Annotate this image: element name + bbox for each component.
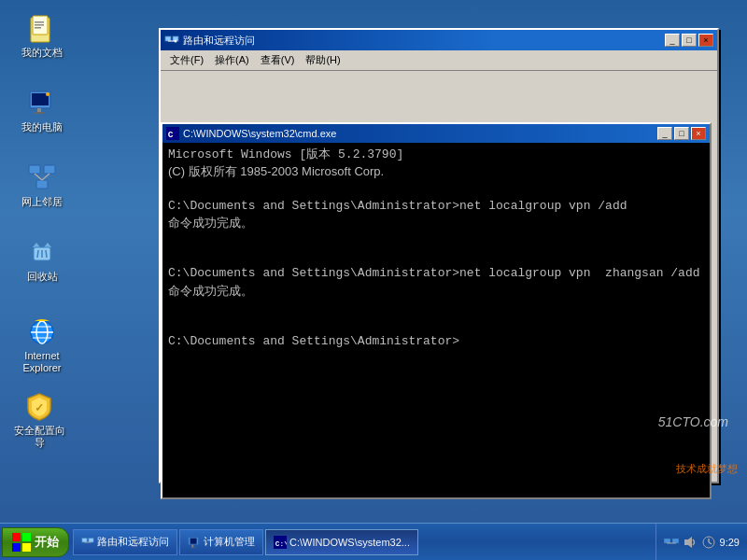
recycle-icon <box>27 238 57 268</box>
watermark-area: 51CTO.com 技术成就梦想 <box>676 462 738 476</box>
taskbar-item-compman[interactable]: 计算机管理 <box>179 529 263 555</box>
desktop-icon-recycle[interactable]: 回收站 <box>14 238 70 283</box>
mynetwork-label: 网上邻居 <box>21 196 63 208</box>
svg-line-50 <box>709 542 712 544</box>
routing-minimize-btn[interactable]: _ <box>665 34 680 47</box>
cmd-line-3 <box>168 180 704 197</box>
svg-marker-47 <box>684 537 692 548</box>
svg-rect-40 <box>191 544 193 547</box>
menu-action[interactable]: 操作(A) <box>209 51 255 69</box>
routing-close-btn[interactable]: × <box>698 34 713 47</box>
svg-line-14 <box>42 174 49 180</box>
start-button[interactable]: 开始 <box>2 527 69 557</box>
routing-title-text: 路由和远程访问 <box>183 34 665 48</box>
svg-text:C:\: C:\ <box>275 539 287 547</box>
taskbar-compman-label: 计算机管理 <box>204 535 255 549</box>
svg-rect-8 <box>35 112 44 114</box>
svg-rect-41 <box>191 547 195 548</box>
cmd-content: Microsoft Windows [版本 5.2.3790] (C) 版权所有… <box>162 143 710 497</box>
svg-line-13 <box>35 174 42 180</box>
svg-rect-25 <box>165 36 171 41</box>
security-icon: ✓ <box>24 392 54 422</box>
cmd-title-text: C:\WINDOWS\system32\cmd.exe <box>183 128 657 139</box>
mypc-label: 我的电脑 <box>21 121 63 133</box>
tray-network-icon <box>664 535 679 550</box>
mynetwork-icon <box>27 163 57 193</box>
security-label: 安全配置向导 <box>11 425 67 449</box>
cmd-line-2: (C) 版权所有 1985-2003 Microsoft Corp. <box>168 163 704 180</box>
routing-maximize-btn[interactable]: □ <box>682 34 697 47</box>
menu-view[interactable]: 查看(V) <box>255 51 301 69</box>
svg-text:✓: ✓ <box>35 401 44 414</box>
cmd-line-12: C:\Documents and Settings\Administrator> <box>168 333 704 350</box>
mydocs-icon <box>27 14 57 44</box>
recycle-label: 回收站 <box>27 271 58 283</box>
svg-rect-39 <box>190 538 197 543</box>
svg-text:C: C <box>168 130 174 140</box>
taskbar-compman-icon <box>188 536 201 549</box>
svg-rect-2 <box>35 21 44 23</box>
routing-window: 路由和远程访问 _ □ × 文件(F) 操作(A) 查看(V) 帮助(H) C <box>159 28 719 483</box>
cmd-window: C C:\WINDOWS\system32\cmd.exe _ □ × Micr… <box>161 122 712 499</box>
svg-rect-12 <box>36 180 48 189</box>
cmd-line-4: C:\Documents and Settings\Administrator>… <box>168 198 704 215</box>
desktop-icon-security[interactable]: ✓ 安全配置向导 <box>11 392 67 449</box>
desktop-icon-mydocs[interactable]: 我的文档 <box>14 14 70 59</box>
svg-rect-11 <box>44 165 55 174</box>
ie-icon <box>27 317 57 347</box>
svg-rect-10 <box>29 165 40 174</box>
taskbar-routing-icon <box>81 536 94 549</box>
svg-point-9 <box>46 92 49 96</box>
svg-rect-33 <box>12 543 21 552</box>
watermark-sub: 技术成就梦想 <box>676 462 738 476</box>
taskbar-routing-label: 路由和远程访问 <box>97 535 169 549</box>
mypc-icon <box>27 89 57 119</box>
taskbar-item-cmd[interactable]: C:\ C:\WINDOWS\system32... <box>265 529 418 555</box>
svg-rect-34 <box>22 543 31 552</box>
cmd-line-6 <box>168 231 704 248</box>
desktop-icon-ie[interactable]: Internet Explorer <box>14 317 70 374</box>
svg-rect-44 <box>664 539 670 543</box>
taskbar: 开始 路由和远程访问 计算机管理 C:\ C:\WIND <box>0 523 747 560</box>
cmd-line-10 <box>168 300 704 316</box>
svg-rect-4 <box>35 27 41 29</box>
desktop-icon-mypc[interactable]: 我的电脑 <box>14 89 70 133</box>
watermark-main: 51CTO.com <box>658 414 728 429</box>
taskbar-tray: 9:29 <box>655 524 747 560</box>
cmd-line-5: 命令成功完成。 <box>168 215 704 231</box>
cmd-titlebar[interactable]: C C:\WINDOWS\system32\cmd.exe _ □ × <box>162 124 710 143</box>
taskbar-item-routing[interactable]: 路由和远程访问 <box>73 529 177 555</box>
routing-menu-bar: 文件(F) 操作(A) 查看(V) 帮助(H) <box>161 50 717 71</box>
taskbar-items: 路由和远程访问 计算机管理 C:\ C:\WINDOWS\system32... <box>73 529 655 555</box>
mydocs-label: 我的文档 <box>21 47 63 59</box>
cmd-line-11 <box>168 316 704 333</box>
menu-help[interactable]: 帮助(H) <box>300 51 345 69</box>
routing-title-icon <box>164 33 179 48</box>
svg-line-18 <box>46 250 47 258</box>
tray-time: 9:29 <box>720 537 740 548</box>
cmd-close-btn[interactable]: × <box>691 127 706 140</box>
svg-rect-35 <box>82 538 87 541</box>
cmd-line-7 <box>168 248 704 265</box>
svg-rect-45 <box>672 539 679 543</box>
taskbar-cmd-label: C:\WINDOWS\system32... <box>289 537 410 548</box>
cmd-maximize-btn[interactable]: □ <box>674 127 689 140</box>
start-label: 开始 <box>35 534 59 551</box>
desktop: 我的文档 我的电脑 网上邻居 回收站 <box>0 0 747 523</box>
cmd-line-1: Microsoft Windows [版本 5.2.3790] <box>168 147 704 163</box>
taskbar-cmd-icon: C:\ <box>274 536 287 549</box>
menu-file[interactable]: 文件(F) <box>164 51 209 69</box>
cmd-line-8: C:\Documents and Settings\Administrator>… <box>168 265 704 282</box>
svg-line-16 <box>37 250 38 258</box>
routing-titlebar[interactable]: 路由和远程访问 _ □ × <box>161 30 717 50</box>
cmd-line-9: 命令成功完成。 <box>168 283 704 300</box>
tray-clock-icon <box>701 535 716 550</box>
svg-point-28 <box>175 40 177 43</box>
svg-rect-32 <box>22 533 31 541</box>
svg-rect-3 <box>35 24 44 26</box>
svg-rect-31 <box>12 533 21 541</box>
desktop-icon-mynetwork[interactable]: 网上邻居 <box>14 163 70 208</box>
ie-label: Internet Explorer <box>14 350 70 374</box>
tray-volume-icon <box>683 535 698 550</box>
cmd-minimize-btn[interactable]: _ <box>657 127 672 140</box>
